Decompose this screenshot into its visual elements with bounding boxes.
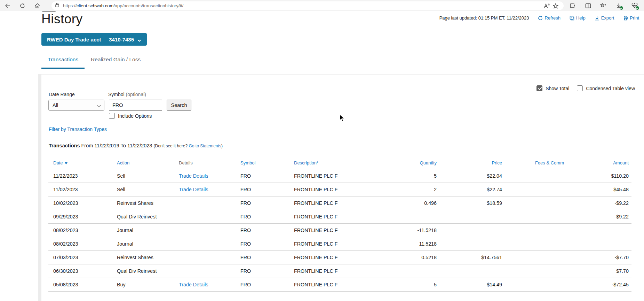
export-link[interactable]: Export <box>595 15 614 21</box>
cell-action: Qual Div Reinvest <box>112 264 174 278</box>
account-name: RWED Day Trade acct <box>47 37 109 43</box>
cell-symbol: FRO <box>236 251 289 264</box>
address-bar[interactable]: https://client.schwab.com/app/accounts/t… <box>51 1 564 10</box>
tab-transactions[interactable]: Transactions <box>41 53 85 69</box>
export-icon <box>595 16 599 21</box>
cell-price <box>439 210 505 224</box>
show-total-checkbox-box[interactable] <box>536 85 542 91</box>
help-link[interactable]: Help <box>570 15 586 21</box>
symbol-input[interactable] <box>109 100 162 111</box>
back-icon[interactable] <box>3 1 13 10</box>
column-header-quantity[interactable]: Quantity <box>380 157 439 169</box>
column-header-amount[interactable]: Amount <box>567 157 631 169</box>
print-link[interactable]: Print <box>623 15 639 21</box>
cell-action: Journal <box>112 224 174 237</box>
chevron-down-icon <box>137 38 141 41</box>
tab-realized-gain-loss[interactable]: Realized Gain / Loss <box>85 53 147 69</box>
collections-icon[interactable] <box>598 1 608 10</box>
column-header-description[interactable]: Description* <box>289 157 380 169</box>
extensions-icon[interactable] <box>567 1 577 10</box>
cell-fees <box>505 278 567 292</box>
select-chevron-icon <box>97 103 101 107</box>
cell-price <box>439 237 505 251</box>
trade-details-link[interactable]: Trade Details <box>179 173 208 179</box>
cell-date: 08/02/2023 <box>48 237 112 251</box>
cell-date: 06/30/2023 <box>48 264 112 278</box>
table-header-row: Date Action Details Symbol Description* … <box>48 157 631 169</box>
cell-price: $18.59 <box>439 196 505 210</box>
help-icon <box>570 16 574 21</box>
table-row: 05/08/2023 Buy Trade Details FRO FRONTLI… <box>48 278 631 292</box>
column-header-symbol[interactable]: Symbol <box>236 157 289 169</box>
cell-symbol: FRO <box>236 278 289 292</box>
cell-quantity: -11.5218 <box>380 224 439 237</box>
read-aloud-icon[interactable] <box>542 2 551 10</box>
date-range-select[interactable]: All <box>48 100 104 111</box>
cell-date: 07/03/2023 <box>48 251 112 264</box>
history-tabs: Transactions Realized Gain / Loss <box>41 53 147 69</box>
cell-price: $14.7561 <box>439 251 505 264</box>
cell-action: Buy <box>112 278 174 292</box>
cell-quantity: 11.5218 <box>380 237 439 251</box>
favorite-star-icon[interactable] <box>551 2 560 10</box>
refresh-link[interactable]: Refresh <box>538 15 560 21</box>
cell-date: 10/02/2023 <box>48 196 112 210</box>
filter-by-transaction-types-link[interactable]: Filter by Transaction Types <box>49 126 107 132</box>
url-path: /app/accounts/transactionhistory/#/ <box>113 3 183 8</box>
cell-details <box>174 210 236 224</box>
cell-quantity <box>380 210 439 224</box>
cell-details <box>174 196 236 210</box>
cell-amount: $7.70 <box>567 264 631 278</box>
cell-details: Trade Details <box>174 183 236 196</box>
transactions-tbody: 11/22/2023 Sell Trade Details FRO FRONTL… <box>48 169 631 292</box>
lock-icon <box>55 2 59 9</box>
table-row: 07/03/2023 Reinvest Shares FRO FRONTLINE… <box>48 251 631 264</box>
show-total-checkbox[interactable]: Show Total <box>536 85 569 91</box>
column-header-fees[interactable]: Fees & Comm <box>505 157 567 169</box>
summary-hint-close: ) <box>221 144 223 148</box>
page-title: History <box>41 12 83 26</box>
cell-details <box>174 237 236 251</box>
search-button[interactable]: Search <box>167 100 191 111</box>
include-options-checkbox-box[interactable] <box>109 113 115 119</box>
view-options: Show Total Condensed Table view <box>536 85 635 91</box>
cell-description: FRONTLINE PLC F <box>289 196 380 210</box>
account-selector-button[interactable]: RWED Day Trade acct 3410-7485 <box>41 33 147 46</box>
split-screen-icon[interactable] <box>583 1 593 10</box>
cell-symbol: FRO <box>236 210 289 224</box>
column-header-date[interactable]: Date <box>48 157 112 169</box>
table-row: 06/30/2023 Qual Div Reinvest FRO FRONTLI… <box>48 264 631 278</box>
refresh-icon[interactable] <box>17 1 27 10</box>
cell-description: FRONTLINE PLC F <box>289 224 380 237</box>
account-number: 3410-7485 <box>109 37 134 43</box>
column-header-action[interactable]: Action <box>112 157 174 169</box>
cell-fees <box>505 196 567 210</box>
date-range-label: Date Range <box>49 92 75 97</box>
downloads-icon[interactable] <box>614 1 623 10</box>
cell-action: Reinvest Shares <box>112 196 174 210</box>
download-complete-badge <box>620 6 623 10</box>
summary-hint: (Don't see it here? <box>153 144 189 148</box>
cell-fees <box>505 237 567 251</box>
browser-essentials-icon[interactable] <box>630 1 639 10</box>
column-header-price[interactable]: Price <box>439 157 505 169</box>
cell-amount: -$72.45 <box>567 278 631 292</box>
go-to-statements-link[interactable]: Go to Statements <box>189 144 221 148</box>
left-gutter <box>38 74 41 301</box>
cell-description: FRONTLINE PLC F <box>289 237 380 251</box>
condensed-view-checkbox[interactable]: Condensed Table view <box>577 85 635 91</box>
table-row: 08/02/2023 Journal FRO FRONTLINE PLC F 1… <box>48 237 631 251</box>
cell-description: FRONTLINE PLC F <box>289 169 380 183</box>
url-scheme: https:// <box>63 3 77 8</box>
cell-description: FRONTLINE PLC F <box>289 210 380 224</box>
show-total-label: Show Total <box>546 86 569 91</box>
symbol-label: Symbol (optional) <box>108 92 146 97</box>
home-icon[interactable] <box>32 1 42 10</box>
trade-details-link[interactable]: Trade Details <box>179 282 208 287</box>
condensed-view-checkbox-box[interactable] <box>577 85 583 91</box>
cell-quantity: 0.496 <box>380 196 439 210</box>
include-options-checkbox[interactable]: Include Options <box>109 113 152 119</box>
trade-details-link[interactable]: Trade Details <box>179 187 208 192</box>
cell-symbol: FRO <box>236 237 289 251</box>
symbol-optional-label: (optional) <box>126 92 146 97</box>
